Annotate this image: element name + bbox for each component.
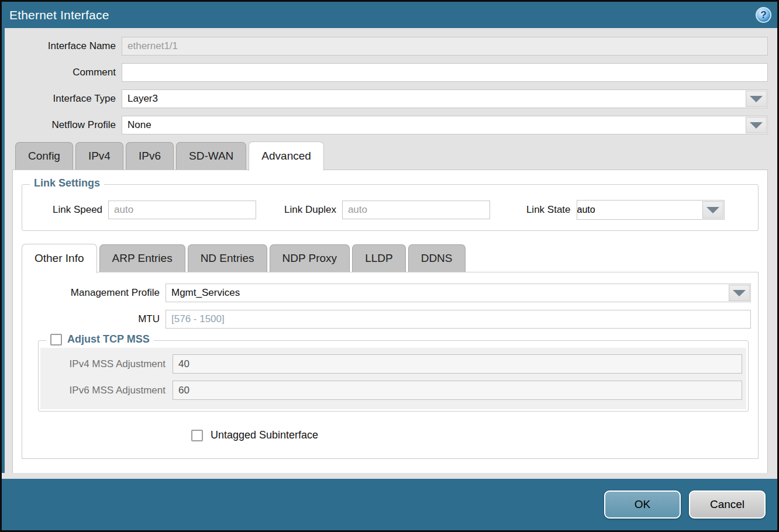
tab-advanced[interactable]: Advanced: [249, 141, 324, 171]
tab-sd-wan[interactable]: SD-WAN: [176, 142, 246, 170]
mtu-row: MTU: [22, 310, 758, 329]
management-profile-row: Management Profile Mgmt_Services: [22, 284, 758, 302]
mtu-field[interactable]: [166, 310, 751, 329]
tab-ddns[interactable]: DDNS: [408, 244, 466, 272]
cancel-button[interactable]: Cancel: [689, 490, 766, 519]
link-settings-row: Link Speed Link Duplex Link State auto: [22, 200, 758, 220]
management-profile-label: Management Profile: [22, 287, 166, 299]
dialog-body: Interface Name Comment Interface Type La…: [2, 28, 777, 473]
netflow-profile-value: None: [122, 116, 767, 134]
netflow-profile-dropdown-button[interactable]: [746, 117, 767, 133]
advanced-tab-panel: Link Settings Link Speed Link Duplex Lin…: [12, 170, 768, 473]
tab-ipv4[interactable]: IPv4: [75, 142, 123, 170]
netflow-profile-label: Netflow Profile: [12, 119, 122, 131]
interface-type-dropdown-button[interactable]: [746, 91, 767, 107]
comment-row: Comment: [12, 63, 768, 82]
link-state-label: Link State: [526, 204, 577, 216]
untagged-subinterface-row: Untagged Subinterface: [191, 429, 758, 441]
chevron-down-icon: [733, 290, 746, 296]
link-duplex-label: Link Duplex: [284, 204, 342, 216]
tab-ndp-proxy[interactable]: NDP Proxy: [270, 244, 350, 272]
netflow-profile-dropdown[interactable]: None: [122, 116, 768, 134]
dialog-titlebar: Ethernet Interface ?: [2, 2, 777, 28]
interface-name-field: [122, 37, 768, 56]
chevron-down-icon: [750, 96, 763, 102]
interface-name-row: Interface Name: [12, 37, 768, 56]
interface-type-value: Layer3: [122, 90, 767, 108]
link-speed-field[interactable]: [108, 201, 256, 219]
tab-arp-entries[interactable]: ARP Entries: [99, 244, 185, 272]
ok-button[interactable]: OK: [604, 490, 681, 519]
mtu-label: MTU: [22, 313, 166, 325]
tab-lldp[interactable]: LLDP: [352, 244, 406, 272]
ethernet-interface-dialog: Ethernet Interface ? Interface Name Comm…: [0, 0, 779, 532]
dialog-title: Ethernet Interface: [9, 8, 109, 22]
adjust-tcp-mss-legend: Adjust TCP MSS: [46, 333, 154, 346]
tab-nd-entries[interactable]: ND Entries: [188, 244, 267, 272]
link-state-dropdown-button[interactable]: [702, 201, 723, 219]
tab-other-info[interactable]: Other Info: [22, 244, 97, 273]
link-state-dropdown[interactable]: auto: [577, 200, 725, 220]
interface-type-dropdown[interactable]: Layer3: [122, 89, 768, 108]
mss-fields-box: IPv4 MSS Adjustment IPv6 MSS Adjustment: [40, 348, 746, 409]
other-info-panel: Management Profile Mgmt_Services MTU: [22, 272, 759, 459]
help-icon[interactable]: ?: [756, 7, 771, 23]
comment-label: Comment: [12, 67, 122, 78]
management-profile-dropdown-button[interactable]: [729, 285, 750, 301]
link-duplex-field[interactable]: [342, 201, 490, 219]
chevron-down-icon: [706, 207, 719, 213]
adjust-tcp-mss-title: Adjust TCP MSS: [67, 333, 150, 346]
adjust-tcp-mss-fieldset: Adjust TCP MSS IPv4 MSS Adjustment IPv6 …: [38, 340, 749, 412]
untagged-subinterface-label: Untagged Subinterface: [211, 429, 318, 441]
management-profile-value: Mgmt_Services: [166, 284, 750, 302]
interface-type-label: Interface Type: [12, 93, 122, 105]
link-speed-label: Link Speed: [53, 204, 108, 216]
sub-tab-bar: Other Info ARP Entries ND Entries NDP Pr…: [22, 244, 759, 272]
chevron-down-icon: [750, 122, 763, 129]
comment-field[interactable]: [122, 63, 768, 82]
interface-name-label: Interface Name: [12, 40, 122, 52]
ipv6-mss-label: IPv6 MSS Adjustment: [40, 385, 173, 396]
main-tab-bar: Config IPv4 IPv6 SD-WAN Advanced: [12, 141, 768, 170]
ipv6-mss-field: [173, 381, 742, 400]
ipv4-mss-field: [173, 354, 742, 374]
ipv4-mss-row: IPv4 MSS Adjustment: [40, 354, 746, 374]
dialog-footer: OK Cancel: [2, 479, 777, 530]
tab-ipv6[interactable]: IPv6: [126, 142, 174, 170]
link-settings-fieldset: Link Settings Link Speed Link Duplex Lin…: [22, 184, 759, 231]
ipv6-mss-row: IPv6 MSS Adjustment: [40, 381, 746, 400]
netflow-profile-row: Netflow Profile None: [12, 116, 768, 134]
ipv4-mss-label: IPv4 MSS Adjustment: [40, 358, 173, 370]
untagged-subinterface-checkbox[interactable]: [191, 430, 203, 441]
management-profile-dropdown[interactable]: Mgmt_Services: [166, 284, 751, 302]
interface-type-row: Interface Type Layer3: [12, 89, 768, 108]
link-settings-legend: Link Settings: [30, 177, 104, 189]
tab-config[interactable]: Config: [15, 142, 73, 170]
adjust-tcp-mss-checkbox[interactable]: [50, 334, 62, 346]
link-settings-title: Link Settings: [34, 177, 100, 189]
